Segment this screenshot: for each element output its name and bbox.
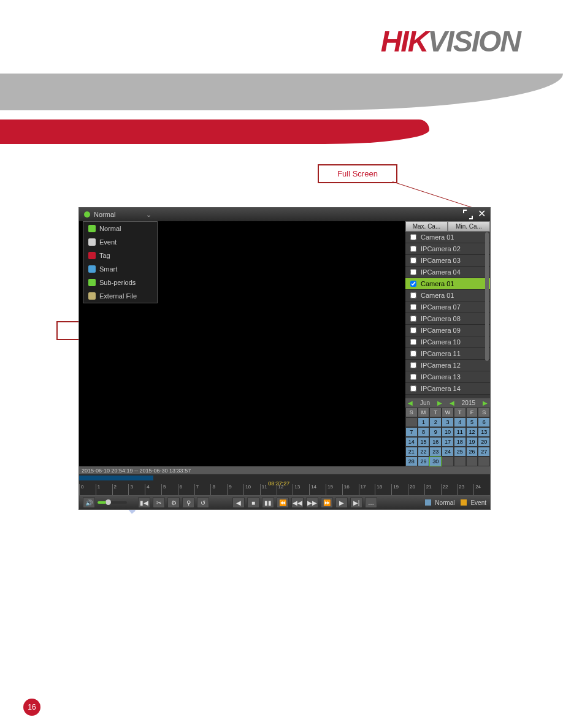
mode-item-smart[interactable]: Smart — [83, 262, 157, 276]
cal-day[interactable]: 30 — [429, 457, 442, 466]
chevron-down-icon[interactable]: ⌄ — [146, 211, 151, 219]
camera-row[interactable]: IPCamera 07 — [405, 301, 490, 313]
cal-next-year-icon[interactable]: ▶ — [483, 400, 488, 406]
cal-day[interactable]: 9 — [429, 427, 442, 437]
tab-min-camera[interactable]: Min. Ca... — [448, 221, 490, 232]
fast-button[interactable]: ⏩ — [321, 497, 333, 508]
volume-slider[interactable] — [98, 501, 127, 504]
cal-day[interactable]: 22 — [418, 447, 430, 457]
clip-button[interactable]: ✂ — [153, 497, 165, 508]
cal-day[interactable]: 25 — [454, 447, 466, 457]
cal-day[interactable]: 23 — [429, 447, 442, 457]
camera-checkbox[interactable] — [410, 246, 416, 252]
cal-day[interactable]: 21 — [405, 447, 418, 457]
close-icon[interactable]: ✕ — [477, 210, 486, 219]
playback-mode-menu[interactable]: NormalEventTagSmartSub-periodsExternal F… — [83, 221, 158, 303]
fullscreen-icon[interactable] — [463, 210, 473, 219]
cal-day[interactable]: 14 — [405, 437, 418, 447]
clip-start-button[interactable]: ▮◀ — [138, 497, 150, 508]
cal-day[interactable]: 10 — [442, 427, 454, 437]
pause-button[interactable]: ▮▮ — [262, 497, 274, 508]
camera-row[interactable]: IPCamera 13 — [405, 371, 490, 383]
brand-vision: VISION — [427, 25, 520, 58]
reset-button[interactable]: ↺ — [197, 497, 209, 508]
camera-row[interactable]: Camera 01 — [405, 290, 490, 301]
camera-checkbox[interactable] — [410, 304, 416, 310]
camera-checkbox[interactable] — [410, 234, 416, 240]
camera-row[interactable]: IPCamera 14 — [405, 383, 490, 395]
cal-day[interactable]: 1 — [418, 417, 430, 427]
volume-icon[interactable]: 🔊 — [83, 497, 95, 508]
cal-day[interactable]: 24 — [442, 447, 454, 457]
cal-day[interactable]: 28 — [405, 457, 418, 466]
next-frame-button[interactable]: ▶ — [335, 497, 348, 508]
cal-day[interactable]: 6 — [478, 417, 490, 427]
rewind-button[interactable]: ⏪ — [277, 497, 289, 508]
cal-day[interactable]: 19 — [466, 437, 478, 447]
camera-row[interactable]: Camera 01 — [405, 232, 490, 243]
cal-day[interactable]: 26 — [466, 447, 478, 457]
jump-end-button[interactable]: ▶| — [350, 497, 362, 508]
cal-day[interactable]: 12 — [466, 427, 478, 437]
camera-checkbox[interactable] — [410, 339, 416, 345]
cal-day[interactable]: 16 — [429, 437, 442, 447]
camera-checkbox[interactable] — [410, 269, 416, 275]
playback-mode-label[interactable]: Normal — [94, 211, 115, 218]
scrollbar[interactable] — [485, 232, 489, 361]
cal-day[interactable]: 7 — [405, 427, 418, 437]
slow-button[interactable]: ◀◀ — [291, 497, 304, 508]
cal-day[interactable]: 20 — [478, 437, 490, 447]
camera-row[interactable]: IPCamera 03 — [405, 255, 490, 267]
cal-day[interactable]: 27 — [478, 447, 490, 457]
camera-checkbox[interactable] — [410, 292, 416, 298]
cal-day[interactable]: 8 — [418, 427, 430, 437]
cal-day[interactable]: 17 — [442, 437, 454, 447]
cal-day[interactable]: 11 — [454, 427, 466, 437]
cal-day[interactable]: 13 — [478, 427, 490, 437]
cal-prev-month-icon[interactable]: ◀ — [408, 400, 413, 406]
camera-checkbox[interactable] — [410, 374, 416, 380]
mode-item-sub-periods[interactable]: Sub-periods — [83, 276, 157, 289]
camera-row[interactable]: IPCamera 02 — [405, 243, 490, 255]
camera-row[interactable]: IPCamera 08 — [405, 313, 490, 325]
mode-item-external-file[interactable]: External File — [83, 289, 157, 303]
cal-day[interactable]: 29 — [418, 457, 430, 466]
camera-checkbox[interactable] — [410, 385, 416, 392]
camera-row[interactable]: IPCamera 09 — [405, 325, 490, 336]
camera-row[interactable]: Camera 01 — [405, 278, 490, 290]
tab-max-camera[interactable]: Max. Ca... — [405, 221, 448, 232]
prev-frame-button[interactable]: ◀ — [232, 497, 245, 508]
cal-day[interactable]: 4 — [454, 417, 466, 427]
camera-list[interactable]: Camera 01IPCamera 02IPCamera 03IPCamera … — [405, 232, 490, 398]
camera-checkbox[interactable] — [410, 327, 416, 333]
timeline-hour-tick: 22 — [441, 484, 458, 495]
camera-row[interactable]: IPCamera 11 — [405, 348, 490, 360]
camera-checkbox[interactable] — [410, 281, 416, 287]
zoom-button[interactable]: ⚲ — [182, 497, 194, 508]
mode-item-tag[interactable]: Tag — [83, 249, 157, 262]
calendar-grid[interactable]: SMTWTFS123456789101112131415161718192021… — [405, 408, 490, 466]
mode-item-event[interactable]: Event — [83, 235, 157, 249]
stop-button[interactable]: ■ — [247, 497, 259, 508]
more-button[interactable]: … — [365, 497, 377, 508]
cal-next-month-icon[interactable]: ▶ — [437, 400, 442, 406]
camera-checkbox[interactable] — [410, 351, 416, 357]
cal-day[interactable]: 18 — [454, 437, 466, 447]
cal-day[interactable]: 3 — [442, 417, 454, 427]
timeline[interactable]: 08:37:27 0123456789101112131415161718192… — [79, 474, 490, 496]
mode-item-normal[interactable]: Normal — [83, 222, 157, 235]
cal-day[interactable]: 5 — [466, 417, 478, 427]
forward-button[interactable]: ▶▶ — [306, 497, 318, 508]
camera-checkbox[interactable] — [410, 257, 416, 264]
cal-prev-year-icon[interactable]: ◀ — [450, 400, 454, 406]
mode-item-label: Smart — [99, 265, 117, 273]
dvr-titlebar: Normal ⌄ ✕ — [79, 208, 490, 222]
camera-row[interactable]: IPCamera 04 — [405, 267, 490, 278]
settings-button[interactable]: ⚙ — [167, 497, 180, 508]
camera-checkbox[interactable] — [410, 316, 416, 322]
camera-row[interactable]: IPCamera 10 — [405, 336, 490, 348]
cal-day[interactable]: 2 — [429, 417, 442, 427]
camera-row[interactable]: IPCamera 12 — [405, 360, 490, 371]
camera-checkbox[interactable] — [410, 362, 416, 368]
cal-day[interactable]: 15 — [418, 437, 430, 447]
